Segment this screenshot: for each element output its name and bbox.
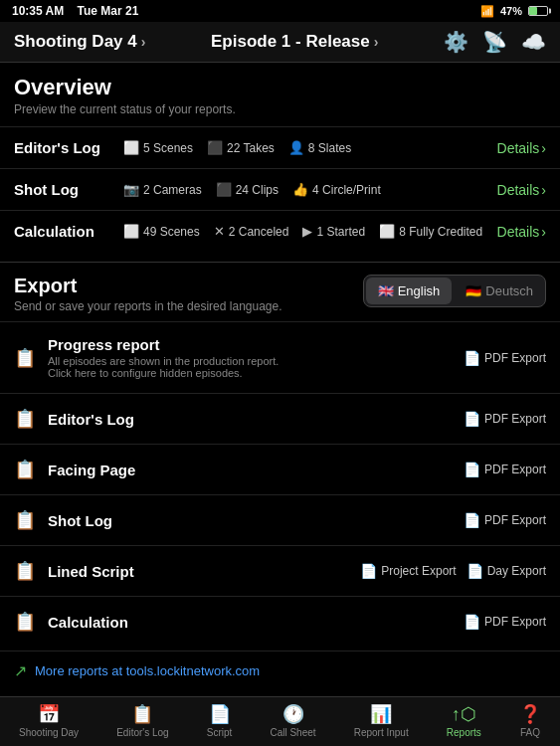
export-row-editors-log: 📋 Editor's Log 📄 PDF Export bbox=[0, 393, 560, 444]
lined-script-export-label: Lined Script bbox=[48, 563, 360, 580]
reports-nav-icon: ↑⬡ bbox=[452, 703, 476, 725]
script-nav-label: Script bbox=[207, 727, 233, 738]
stat-clips: ⬛ 24 Clips bbox=[216, 182, 279, 197]
lang-deutsch-btn[interactable]: 🇩🇪 Deutsch bbox=[454, 276, 545, 306]
cameras-icon: 📷 bbox=[123, 182, 139, 197]
pdf-icon: 📄 bbox=[464, 350, 480, 366]
progress-report-actions: 📄 PDF Export bbox=[464, 350, 546, 366]
shooting-day-label: Shooting Day 4 bbox=[14, 32, 137, 52]
nav-call-sheet[interactable]: 🕐 Call Sheet bbox=[270, 703, 315, 738]
export-section: Export Send or save your reports in the … bbox=[0, 262, 560, 647]
stat-scenes: ⬜ 5 Scenes bbox=[123, 140, 193, 155]
calculation-label: Calculation bbox=[14, 223, 123, 240]
export-row-progress-report: 📋 Progress report All episodes are shown… bbox=[0, 321, 560, 393]
pdf-icon4: 📄 bbox=[464, 512, 480, 528]
status-time: 10:35 AM Tue Mar 21 bbox=[12, 4, 138, 18]
report-input-nav-icon: 📊 bbox=[370, 703, 392, 725]
deutsch-flag-icon: 🇩🇪 bbox=[466, 283, 481, 298]
calculation-pdf-btn[interactable]: 📄 PDF Export bbox=[464, 614, 546, 630]
shot-log-export-label: Shot Log bbox=[48, 512, 464, 529]
editors-log-nav-icon: 📋 bbox=[131, 703, 153, 725]
stat-takes: ⬛ 22 Takes bbox=[207, 140, 275, 155]
details-chevron: › bbox=[541, 140, 546, 156]
stat-slates: 👤 8 Slates bbox=[288, 140, 351, 155]
english-flag-icon: 🇬🇧 bbox=[378, 283, 394, 298]
pdf-icon3: 📄 bbox=[464, 462, 480, 477]
wifi-icon: 📶 bbox=[480, 5, 494, 18]
nav-faq[interactable]: ❓ FAQ bbox=[519, 703, 541, 738]
bottom-link[interactable]: ↗ More reports at tools.lockitnetwork.co… bbox=[0, 651, 560, 690]
started-icon: ▶ bbox=[302, 224, 312, 239]
details-chevron3: › bbox=[541, 224, 546, 240]
settings-icon[interactable]: ⚙️ bbox=[444, 30, 468, 54]
nav-editors-log[interactable]: 📋 Editor's Log bbox=[116, 703, 169, 738]
call-sheet-nav-label: Call Sheet bbox=[270, 727, 315, 738]
circle-print-icon: 👍 bbox=[292, 182, 308, 197]
export-row-shot-log: 📋 Shot Log 📄 PDF Export bbox=[0, 494, 560, 545]
nav-shooting-day[interactable]: 📅 Shooting Day bbox=[19, 703, 79, 738]
external-link-icon: ↗ bbox=[14, 661, 27, 680]
calc-scenes-icon: ⬜ bbox=[123, 224, 139, 239]
overview-row-calculation[interactable]: Calculation ⬜ 49 Scenes ✕ 2 Canceled ▶ 1… bbox=[0, 210, 560, 252]
progress-report-note: All episodes are shown in the production… bbox=[48, 355, 464, 379]
cast-icon[interactable]: 📡 bbox=[482, 30, 507, 54]
shot-log-export-icon: 📋 bbox=[14, 509, 36, 531]
overview-row-shot-log[interactable]: Shot Log 📷 2 Cameras ⬛ 24 Clips 👍 4 Circ… bbox=[0, 168, 560, 210]
header: Shooting Day 4 › Episode 1 - Release › ⚙… bbox=[0, 22, 560, 63]
lang-english-btn[interactable]: 🇬🇧 English bbox=[366, 278, 453, 304]
overview-subtitle: Preview the current status of your repor… bbox=[0, 102, 560, 126]
editors-log-details[interactable]: Details › bbox=[497, 140, 546, 156]
overview-section: Overview Preview the current status of y… bbox=[0, 63, 560, 252]
scenes-icon: ⬜ bbox=[123, 140, 139, 155]
battery-percent: 47% bbox=[500, 5, 522, 17]
calculation-details[interactable]: Details › bbox=[497, 224, 546, 240]
shot-log-label: Shot Log bbox=[14, 181, 123, 198]
shooting-day-nav[interactable]: Shooting Day 4 › bbox=[14, 32, 145, 52]
shot-log-pdf-btn[interactable]: 📄 PDF Export bbox=[464, 512, 546, 528]
shooting-day-nav-icon: 📅 bbox=[38, 703, 60, 725]
reports-nav-label: Reports bbox=[447, 727, 481, 738]
fully-credited-icon: ⬜ bbox=[379, 224, 395, 239]
nav-reports[interactable]: ↑⬡ Reports bbox=[447, 703, 481, 738]
export-header: Export Send or save your reports in the … bbox=[0, 263, 560, 321]
project-export-icon: 📄 bbox=[360, 563, 377, 579]
nav-report-input[interactable]: 📊 Report Input bbox=[354, 703, 409, 738]
calculation-export-label: Calculation bbox=[48, 614, 464, 631]
stat-fully-credited: ⬜ 8 Fully Credited bbox=[379, 224, 482, 239]
progress-report-icon: 📋 bbox=[14, 347, 36, 369]
lined-script-project-btn[interactable]: 📄 Project Export bbox=[360, 563, 456, 579]
shot-log-details[interactable]: Details › bbox=[497, 182, 546, 198]
export-row-facing-page: 📋 Facing Page 📄 PDF Export bbox=[0, 444, 560, 494]
stat-circle-print: 👍 4 Circle/Print bbox=[292, 182, 381, 197]
day-export-icon: 📄 bbox=[467, 563, 483, 579]
nav-script[interactable]: 📄 Script bbox=[207, 703, 233, 738]
facing-page-export-icon: 📋 bbox=[14, 459, 36, 480]
editors-log-label: Editor's Log bbox=[14, 139, 123, 156]
lined-script-actions: 📄 Project Export 📄 Day Export bbox=[360, 563, 546, 579]
progress-report-pdf-btn[interactable]: 📄 PDF Export bbox=[464, 350, 546, 366]
shooting-day-chevron: › bbox=[141, 34, 146, 50]
cloud-icon[interactable]: ☁️ bbox=[521, 30, 546, 54]
stat-calc-scenes: ⬜ 49 Scenes bbox=[123, 224, 200, 239]
editors-log-export-icon: 📋 bbox=[14, 408, 36, 430]
facing-page-pdf-btn[interactable]: 📄 PDF Export bbox=[464, 462, 546, 477]
pdf-icon5: 📄 bbox=[464, 614, 480, 630]
editors-log-pdf-btn[interactable]: 📄 PDF Export bbox=[464, 411, 546, 427]
facing-page-actions: 📄 PDF Export bbox=[464, 462, 546, 477]
overview-row-editors-log[interactable]: Editor's Log ⬜ 5 Scenes ⬛ 22 Takes 👤 8 S… bbox=[0, 126, 560, 168]
progress-report-label[interactable]: Progress report bbox=[48, 336, 464, 353]
calculation-stats: ⬜ 49 Scenes ✕ 2 Canceled ▶ 1 Started ⬜ 8… bbox=[123, 224, 497, 239]
clips-icon: ⬛ bbox=[216, 182, 232, 197]
shot-log-stats: 📷 2 Cameras ⬛ 24 Clips 👍 4 Circle/Print bbox=[123, 182, 497, 197]
slates-icon: 👤 bbox=[288, 140, 304, 155]
episode-nav[interactable]: Episode 1 - Release › bbox=[211, 32, 378, 52]
status-icons: 📶 47% bbox=[480, 5, 548, 18]
battery-icon bbox=[528, 6, 548, 16]
episode-label: Episode 1 - Release bbox=[211, 32, 370, 52]
lined-script-day-btn[interactable]: 📄 Day Export bbox=[467, 563, 546, 579]
bottom-link-text: More reports at tools.lockitnetwork.com bbox=[35, 663, 260, 678]
language-toggle[interactable]: 🇬🇧 English 🇩🇪 Deutsch bbox=[363, 275, 546, 307]
shot-log-actions: 📄 PDF Export bbox=[464, 512, 546, 528]
script-nav-icon: 📄 bbox=[209, 703, 231, 725]
faq-nav-icon: ❓ bbox=[519, 703, 541, 725]
